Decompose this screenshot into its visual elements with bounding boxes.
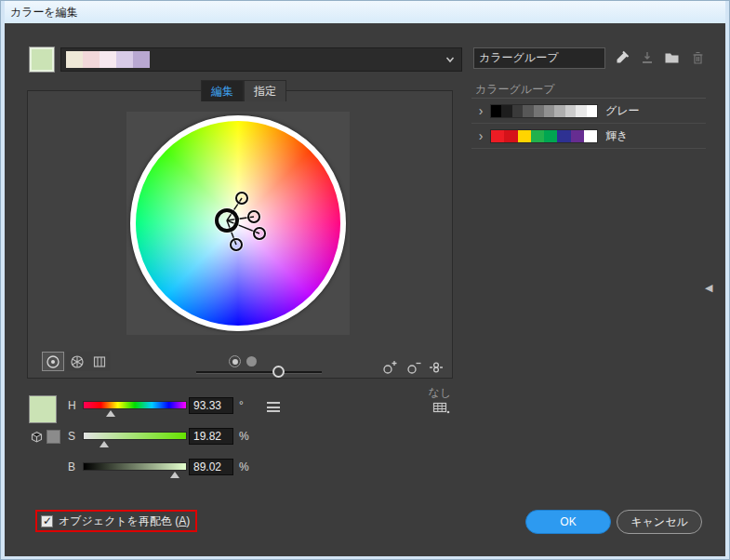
save-group-icon[interactable]	[638, 48, 657, 67]
brightness-slider-handle2[interactable]	[170, 472, 179, 478]
hue-slider-handle[interactable]	[106, 410, 115, 417]
remove-color-icon[interactable]	[405, 358, 423, 377]
ok-button-label: OK	[560, 515, 576, 528]
swatch-cell[interactable]	[512, 105, 523, 117]
brightness-slider-handle[interactable]	[272, 366, 285, 378]
delete-group-trash-icon[interactable]	[688, 48, 707, 67]
dialog-title: カラーを編集	[10, 5, 78, 20]
swatch-cell[interactable]	[491, 130, 504, 142]
preview-swatch-strip	[66, 51, 150, 68]
link-harmony-colors-icon[interactable]	[427, 358, 445, 377]
ok-button[interactable]: OK	[525, 510, 611, 534]
swatch-cell[interactable]	[544, 130, 557, 142]
secondary-color-swatch[interactable]	[46, 430, 60, 444]
titlebar[interactable]: カラーを編集	[5, 1, 725, 23]
hue-slider[interactable]	[83, 401, 187, 409]
swatch-cell[interactable]	[83, 51, 100, 68]
chevron-down-icon[interactable]	[445, 54, 456, 65]
brightness-dot[interactable]	[246, 356, 257, 367]
color-group-row[interactable]: › 輝き	[471, 124, 706, 149]
group-name: グレー	[605, 103, 640, 119]
swatch-cell[interactable]	[66, 51, 83, 68]
color-bars-view-button[interactable]	[88, 352, 111, 371]
edit-colors-dialog: カラーを編集 編集 指定	[0, 0, 730, 560]
hue-unit: °	[239, 399, 244, 412]
object-cube-icon	[30, 431, 44, 445]
base-color-marker[interactable]	[215, 208, 239, 233]
saturation-input[interactable]	[189, 428, 233, 445]
limit-swatch-library-icon[interactable]	[432, 400, 451, 416]
eyedropper-icon[interactable]	[612, 48, 630, 67]
saturation-label: S	[68, 430, 81, 443]
tab-assign[interactable]: 指定	[244, 80, 286, 101]
swatch-cell[interactable]	[565, 105, 576, 117]
swatch-cell[interactable]	[133, 51, 150, 68]
color-preview-dropdown[interactable]	[60, 47, 462, 72]
swatch-cell[interactable]	[491, 105, 501, 117]
tab-edit[interactable]: 編集	[201, 80, 244, 101]
tab-edit-label: 編集	[211, 84, 233, 100]
tab-assign-label: 指定	[254, 84, 276, 100]
group-name: 輝き	[605, 128, 628, 144]
harmony-marker[interactable]	[230, 238, 243, 251]
harmony-marker[interactable]	[235, 192, 248, 205]
segmented-wheel-view-button[interactable]	[66, 352, 88, 371]
color-group-name-input[interactable]	[473, 47, 605, 69]
panel-collapse-arrow[interactable]: ◀	[705, 282, 712, 294]
cancel-button-label: キャンセル	[630, 514, 687, 530]
recolor-art-checkbox[interactable]	[41, 515, 53, 527]
group-swatch-strip	[490, 129, 598, 143]
dialog-body: 編集 指定	[5, 23, 725, 556]
swatch-cell[interactable]	[504, 130, 517, 142]
cancel-button[interactable]: キャンセル	[617, 510, 702, 534]
current-color-swatch[interactable]	[29, 395, 57, 423]
harmony-marker[interactable]	[247, 210, 260, 223]
saturation-unit: %	[239, 430, 249, 443]
hue-input[interactable]	[189, 397, 233, 414]
swatch-cell[interactable]	[100, 51, 116, 68]
color-group-row[interactable]: › グレー	[471, 99, 706, 124]
brightness-dot-selected[interactable]	[229, 355, 241, 367]
smooth-wheel-view-button[interactable]	[42, 352, 64, 371]
swatch-cell[interactable]	[576, 105, 586, 117]
saturation-slider-handle[interactable]	[100, 441, 109, 447]
recolor-art-annotation-box: オブジェクトを再配色 (A)	[35, 510, 197, 532]
swatch-cell[interactable]	[531, 130, 544, 142]
hue-label: H	[68, 399, 81, 412]
brightness-unit: %	[239, 460, 249, 473]
swatch-cell[interactable]	[554, 105, 564, 117]
swatch-cell[interactable]	[571, 130, 584, 142]
swatch-cell[interactable]	[534, 105, 544, 117]
swatch-cell[interactable]	[557, 130, 570, 142]
color-wheel-area	[126, 112, 350, 335]
swatch-cell[interactable]	[523, 105, 533, 117]
chevron-right-icon[interactable]: ›	[471, 128, 490, 143]
new-group-folder-icon[interactable]	[662, 48, 681, 67]
saturation-slider[interactable]	[83, 432, 187, 440]
swatch-cell[interactable]	[544, 105, 554, 117]
brightness-slider-track[interactable]	[196, 371, 322, 374]
color-groups-header: カラーグループ	[475, 82, 554, 98]
base-color-swatch[interactable]	[29, 47, 55, 73]
harmony-marker[interactable]	[253, 227, 266, 240]
color-groups-list: › グレー › 輝き	[471, 98, 706, 149]
brightness-label: B	[68, 460, 81, 473]
swatch-cell[interactable]	[116, 51, 133, 68]
swatch-cell[interactable]	[587, 105, 597, 117]
recolor-art-label[interactable]: オブジェクトを再配色 (A)	[59, 513, 190, 529]
brightness-value-slider[interactable]	[83, 462, 187, 471]
add-color-icon[interactable]	[380, 358, 399, 377]
swatch-cell[interactable]	[501, 105, 511, 117]
swatch-cell[interactable]	[584, 130, 597, 142]
color-limit-none-label: なし	[405, 385, 451, 401]
group-swatch-strip	[490, 104, 598, 118]
color-mode-menu-icon[interactable]	[267, 402, 280, 412]
chevron-right-icon[interactable]: ›	[471, 103, 490, 118]
swatch-cell[interactable]	[518, 130, 531, 142]
brightness-input[interactable]	[189, 459, 233, 475]
